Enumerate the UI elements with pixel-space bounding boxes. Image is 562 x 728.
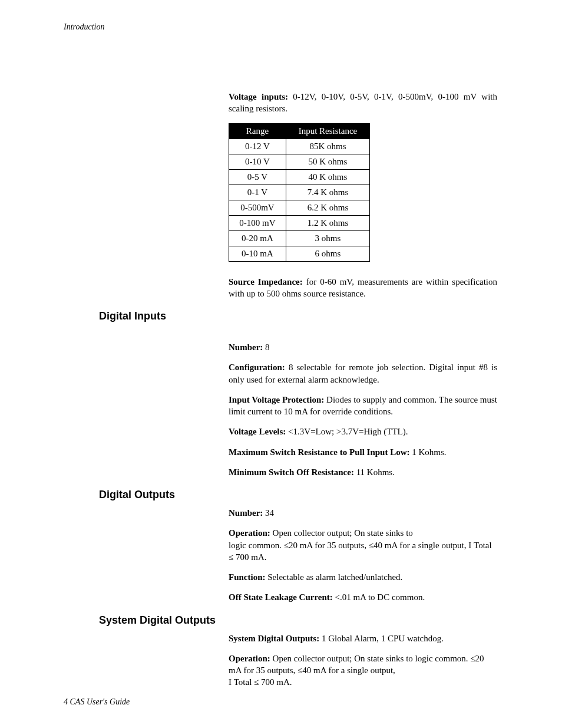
do-off-state-leakage: Off State Leakage Current: <.01 mA to DC… — [229, 591, 497, 603]
text: 34 — [263, 508, 274, 518]
table-row: 0-5 V40 K ohms — [229, 169, 370, 185]
label: System Digital Outputs: — [229, 634, 319, 643]
text2: Ι Total ≤ 700 mA. — [229, 677, 292, 687]
label: Function: — [229, 572, 266, 582]
di-configuration: Configuration: 8 selectable for remote j… — [229, 361, 497, 386]
input-resistance-table: Range Input Resistance 0-12 V85K ohms 0-… — [229, 123, 370, 262]
table-header-resistance: Input Resistance — [286, 123, 369, 139]
running-head: Introduction — [64, 22, 497, 32]
text: Open collector output; On state sinks to — [270, 528, 413, 538]
text: 1 Kohms. — [410, 447, 447, 457]
heading-system-digital-outputs: System Digital Outputs — [99, 614, 497, 627]
table-cell: 7.4 K ohms — [286, 185, 369, 200]
di-number: Number: 8 — [229, 341, 497, 353]
table-cell: 85K ohms — [286, 139, 369, 154]
table-cell: 6 ohms — [286, 246, 369, 261]
source-impedance-label: Source Impedance: — [229, 277, 303, 286]
table-cell: 0-1 V — [229, 185, 286, 200]
table-cell: 0-5 V — [229, 169, 286, 185]
do-operation: Operation: Open collector output; On sta… — [229, 527, 497, 563]
di-input-voltage-protection: Input Voltage Protection: Diodes to supp… — [229, 394, 497, 418]
text: 11 Kohms. — [354, 467, 395, 477]
sdo-outputs: System Digital Outputs: 1 Global Alarm, … — [229, 633, 497, 644]
table-cell: 0-12 V — [229, 139, 286, 154]
page-footer: 4 CAS User's Guide — [64, 697, 130, 707]
table-cell: 0-100 mV — [229, 215, 286, 230]
do-number: Number: 34 — [229, 507, 497, 519]
table-row: 0-12 V85K ohms — [229, 139, 370, 154]
table-cell: 0-500mV — [229, 200, 286, 215]
table-row: 0-100 mV1.2 K ohms — [229, 215, 370, 230]
label: Number: — [229, 508, 263, 518]
table-row: 0-10 mA6 ohms — [229, 246, 370, 261]
text: <.01 mA to DC common. — [333, 592, 425, 602]
source-impedance-para: Source Impedance: for 0-60 mV, measureme… — [229, 276, 497, 300]
table-header-range: Range — [229, 123, 286, 139]
label: Voltage Levels: — [229, 427, 286, 436]
text2: logic common. ≤20 mA for 35 outputs, ≤40… — [229, 541, 492, 562]
label: Operation: — [229, 528, 270, 538]
sdo-operation: Operation: Open collector output; On sta… — [229, 653, 497, 689]
label: Minimum Switch Off Resistance: — [229, 467, 354, 477]
di-voltage-levels: Voltage Levels: <1.3V=Low; >3.7V=High (T… — [229, 426, 497, 437]
text: Selectable as alarm latched/unlatched. — [266, 572, 403, 582]
label: Configuration: — [229, 363, 285, 372]
voltage-inputs-label: Voltage inputs: — [229, 92, 288, 101]
table-cell: 0-10 mA — [229, 246, 286, 261]
text: <1.3V=Low; >3.7V=High (TTL). — [286, 427, 408, 436]
label: Number: — [229, 342, 263, 352]
table-row: 0-10 V50 K ohms — [229, 154, 370, 169]
table-row: 0-1 V7.4 K ohms — [229, 185, 370, 200]
table-row: 0-500mV6.2 K ohms — [229, 200, 370, 215]
table-cell: 40 K ohms — [286, 169, 369, 185]
di-max-switch-resistance: Maximum Switch Resistance to Pull Input … — [229, 446, 497, 458]
table-cell: 0-10 V — [229, 154, 286, 169]
text: 1 Global Alarm, 1 CPU watchdog. — [319, 634, 444, 643]
label: Maximum Switch Resistance to Pull Input … — [229, 447, 410, 457]
table-cell: 0-20 mA — [229, 230, 286, 246]
text: 8 — [263, 342, 269, 352]
di-min-switch-off-resistance: Minimum Switch Off Resistance: 11 Kohms. — [229, 466, 497, 478]
voltage-inputs-para: Voltage inputs: 0-12V, 0-10V, 0-5V, 0-1V… — [229, 91, 497, 115]
heading-digital-inputs: Digital Inputs — [99, 310, 497, 322]
table-cell: 3 ohms — [286, 230, 369, 246]
table-cell: 1.2 K ohms — [286, 215, 369, 230]
table-row: 0-20 mA3 ohms — [229, 230, 370, 246]
label: Input Voltage Protection: — [229, 395, 324, 404]
label: Operation: — [229, 654, 270, 663]
table-cell: 50 K ohms — [286, 154, 369, 169]
heading-digital-outputs: Digital Outputs — [99, 489, 497, 501]
label: Off State Leakage Current: — [229, 592, 333, 602]
do-function: Function: Selectable as alarm latched/un… — [229, 571, 497, 583]
table-cell: 6.2 K ohms — [286, 200, 369, 215]
